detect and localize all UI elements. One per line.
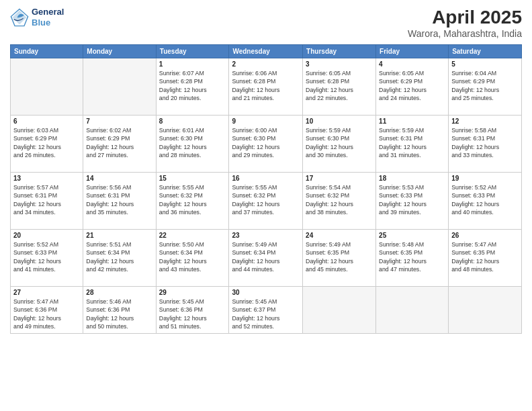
day-info: Sunrise: 6:00 AM Sunset: 6:30 PM Dayligh… xyxy=(232,126,300,159)
day-info: Sunrise: 5:55 AM Sunset: 6:32 PM Dayligh… xyxy=(159,183,226,216)
day-number: 16 xyxy=(232,175,300,182)
calendar-cell: 11Sunrise: 5:59 AM Sunset: 6:31 PM Dayli… xyxy=(376,116,449,173)
calendar-cell: 27Sunrise: 5:47 AM Sunset: 6:36 PM Dayli… xyxy=(11,287,83,334)
calendar-cell: 21Sunrise: 5:51 AM Sunset: 6:34 PM Dayli… xyxy=(83,230,156,287)
calendar-cell: 19Sunrise: 5:52 AM Sunset: 6:33 PM Dayli… xyxy=(449,173,522,230)
day-number: 8 xyxy=(159,118,226,125)
day-number: 28 xyxy=(86,289,152,296)
calendar-cell: 25Sunrise: 5:48 AM Sunset: 6:35 PM Dayli… xyxy=(376,230,449,287)
weekday-thursday: Thursday xyxy=(303,45,376,58)
calendar-cell: 7Sunrise: 6:02 AM Sunset: 6:29 PM Daylig… xyxy=(83,116,156,173)
day-number: 22 xyxy=(159,232,226,239)
day-info: Sunrise: 5:58 AM Sunset: 6:31 PM Dayligh… xyxy=(451,126,519,159)
calendar-cell: 17Sunrise: 5:54 AM Sunset: 6:32 PM Dayli… xyxy=(303,173,376,230)
day-number: 4 xyxy=(379,60,445,68)
header: General Blue April 2025 Warora, Maharash… xyxy=(10,7,522,39)
day-number: 24 xyxy=(306,232,373,239)
calendar-cell: 6Sunrise: 6:03 AM Sunset: 6:29 PM Daylig… xyxy=(11,116,83,173)
week-row-3: 13Sunrise: 5:57 AM Sunset: 6:31 PM Dayli… xyxy=(11,173,522,230)
weekday-monday: Monday xyxy=(83,45,156,58)
weekday-sunday: Sunday xyxy=(11,45,83,58)
weekday-header-row: SundayMondayTuesdayWednesdayThursdayFrid… xyxy=(11,45,522,58)
calendar-cell: 16Sunrise: 5:55 AM Sunset: 6:32 PM Dayli… xyxy=(229,173,303,230)
day-info: Sunrise: 6:07 AM Sunset: 6:28 PM Dayligh… xyxy=(159,69,226,102)
week-row-5: 27Sunrise: 5:47 AM Sunset: 6:36 PM Dayli… xyxy=(11,287,522,334)
day-number: 15 xyxy=(159,175,226,182)
title-block: April 2025 Warora, Maharashtra, India xyxy=(408,7,522,39)
day-number: 2 xyxy=(232,60,300,68)
page: General Blue April 2025 Warora, Maharash… xyxy=(0,0,532,411)
day-info: Sunrise: 5:45 AM Sunset: 6:37 PM Dayligh… xyxy=(232,298,300,330)
month-title: April 2025 xyxy=(408,7,522,28)
day-number: 29 xyxy=(159,289,226,296)
weekday-wednesday: Wednesday xyxy=(229,45,303,58)
calendar-cell: 9Sunrise: 6:00 AM Sunset: 6:30 PM Daylig… xyxy=(229,116,303,173)
calendar-cell: 22Sunrise: 5:50 AM Sunset: 6:34 PM Dayli… xyxy=(156,230,229,287)
day-number: 3 xyxy=(306,60,373,68)
week-row-1: 1Sunrise: 6:07 AM Sunset: 6:28 PM Daylig… xyxy=(11,58,522,116)
calendar-cell: 2Sunrise: 6:06 AM Sunset: 6:28 PM Daylig… xyxy=(229,58,303,116)
day-info: Sunrise: 5:46 AM Sunset: 6:36 PM Dayligh… xyxy=(86,298,152,330)
day-number: 7 xyxy=(86,118,152,125)
calendar-table: SundayMondayTuesdayWednesdayThursdayFrid… xyxy=(10,44,522,334)
day-number: 9 xyxy=(232,118,300,125)
day-info: Sunrise: 5:49 AM Sunset: 6:35 PM Dayligh… xyxy=(306,240,373,273)
day-info: Sunrise: 5:52 AM Sunset: 6:33 PM Dayligh… xyxy=(13,240,80,273)
week-row-4: 20Sunrise: 5:52 AM Sunset: 6:33 PM Dayli… xyxy=(11,230,522,287)
calendar-cell: 5Sunrise: 6:04 AM Sunset: 6:29 PM Daylig… xyxy=(449,58,522,116)
calendar-cell xyxy=(303,287,376,334)
calendar-cell: 15Sunrise: 5:55 AM Sunset: 6:32 PM Dayli… xyxy=(156,173,229,230)
day-info: Sunrise: 5:59 AM Sunset: 6:31 PM Dayligh… xyxy=(379,126,445,159)
calendar-cell: 28Sunrise: 5:46 AM Sunset: 6:36 PM Dayli… xyxy=(83,287,156,334)
calendar-cell: 12Sunrise: 5:58 AM Sunset: 6:31 PM Dayli… xyxy=(449,116,522,173)
day-number: 14 xyxy=(86,175,152,182)
day-info: Sunrise: 5:51 AM Sunset: 6:34 PM Dayligh… xyxy=(86,240,152,273)
day-number: 30 xyxy=(232,289,300,296)
day-info: Sunrise: 6:03 AM Sunset: 6:29 PM Dayligh… xyxy=(13,126,80,159)
calendar-cell: 3Sunrise: 6:05 AM Sunset: 6:28 PM Daylig… xyxy=(303,58,376,116)
calendar-cell: 30Sunrise: 5:45 AM Sunset: 6:37 PM Dayli… xyxy=(229,287,303,334)
day-info: Sunrise: 5:56 AM Sunset: 6:31 PM Dayligh… xyxy=(86,183,152,216)
day-info: Sunrise: 5:45 AM Sunset: 6:36 PM Dayligh… xyxy=(159,298,226,330)
day-info: Sunrise: 6:02 AM Sunset: 6:29 PM Dayligh… xyxy=(86,126,152,159)
logo-text: General Blue xyxy=(32,7,64,28)
day-number: 5 xyxy=(451,60,519,68)
day-info: Sunrise: 6:04 AM Sunset: 6:29 PM Dayligh… xyxy=(451,69,519,102)
logo-icon xyxy=(10,8,29,27)
calendar-cell: 26Sunrise: 5:47 AM Sunset: 6:35 PM Dayli… xyxy=(449,230,522,287)
calendar-cell xyxy=(83,58,156,116)
day-number: 11 xyxy=(379,118,445,125)
day-number: 13 xyxy=(13,175,80,182)
calendar-cell: 23Sunrise: 5:49 AM Sunset: 6:34 PM Dayli… xyxy=(229,230,303,287)
day-number: 10 xyxy=(306,118,373,125)
calendar-cell: 1Sunrise: 6:07 AM Sunset: 6:28 PM Daylig… xyxy=(156,58,229,116)
day-info: Sunrise: 5:55 AM Sunset: 6:32 PM Dayligh… xyxy=(232,183,300,216)
calendar-cell xyxy=(11,58,83,116)
day-info: Sunrise: 6:05 AM Sunset: 6:28 PM Dayligh… xyxy=(306,69,373,102)
day-info: Sunrise: 5:50 AM Sunset: 6:34 PM Dayligh… xyxy=(159,240,226,273)
week-row-2: 6Sunrise: 6:03 AM Sunset: 6:29 PM Daylig… xyxy=(11,116,522,173)
calendar-cell: 13Sunrise: 5:57 AM Sunset: 6:31 PM Dayli… xyxy=(11,173,83,230)
day-info: Sunrise: 5:59 AM Sunset: 6:30 PM Dayligh… xyxy=(306,126,373,159)
day-info: Sunrise: 6:05 AM Sunset: 6:29 PM Dayligh… xyxy=(379,69,445,102)
day-info: Sunrise: 5:49 AM Sunset: 6:34 PM Dayligh… xyxy=(232,240,300,273)
day-number: 18 xyxy=(379,175,445,182)
day-number: 19 xyxy=(451,175,519,182)
day-number: 17 xyxy=(306,175,373,182)
calendar-cell: 10Sunrise: 5:59 AM Sunset: 6:30 PM Dayli… xyxy=(303,116,376,173)
day-info: Sunrise: 5:48 AM Sunset: 6:35 PM Dayligh… xyxy=(379,240,445,273)
day-info: Sunrise: 5:57 AM Sunset: 6:31 PM Dayligh… xyxy=(13,183,80,216)
day-number: 21 xyxy=(86,232,152,239)
calendar-cell: 29Sunrise: 5:45 AM Sunset: 6:36 PM Dayli… xyxy=(156,287,229,334)
day-number: 12 xyxy=(451,118,519,125)
calendar-cell: 18Sunrise: 5:53 AM Sunset: 6:33 PM Dayli… xyxy=(376,173,449,230)
calendar-cell xyxy=(449,287,522,334)
day-number: 23 xyxy=(232,232,300,239)
weekday-tuesday: Tuesday xyxy=(156,45,229,58)
day-info: Sunrise: 6:06 AM Sunset: 6:28 PM Dayligh… xyxy=(232,69,300,102)
day-number: 25 xyxy=(379,232,445,239)
location-title: Warora, Maharashtra, India xyxy=(408,28,522,39)
day-number: 1 xyxy=(159,60,226,68)
day-number: 27 xyxy=(13,289,80,296)
calendar-cell: 24Sunrise: 5:49 AM Sunset: 6:35 PM Dayli… xyxy=(303,230,376,287)
